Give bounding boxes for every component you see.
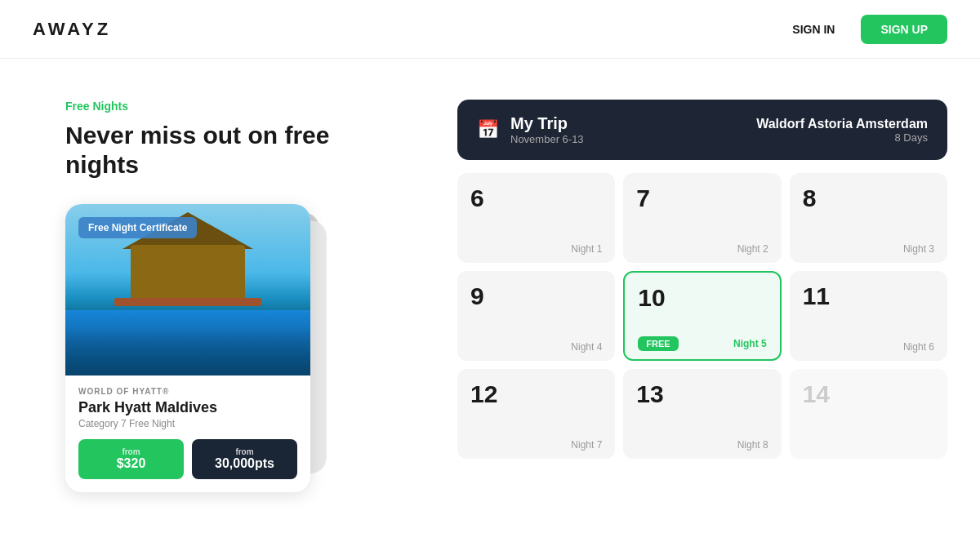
calendar-icon: 📅 (477, 119, 499, 140)
free-badge-row: FREENight 5 (638, 336, 766, 351)
calendar-day-7[interactable]: 7Night 2 (623, 173, 781, 263)
points-from-label: from (207, 447, 283, 456)
night-label: Night 8 (636, 439, 768, 451)
left-panel: Free Nights Never miss out on free night… (65, 100, 408, 498)
free-tag: FREE (638, 336, 678, 351)
calendar-day-12[interactable]: 12Night 7 (457, 369, 615, 459)
bungalow-deck (114, 298, 261, 306)
cash-price-value: $320 (93, 456, 169, 471)
calendar-grid: 6Night 17Night 28Night 39Night 410FREENi… (457, 173, 947, 459)
trip-duration: 8 Days (756, 131, 928, 144)
day-number: 9 (470, 282, 602, 310)
trip-header: 📅 My Trip November 6-13 Waldorf Astoria … (457, 100, 947, 160)
calendar-day-14[interactable]: 14 (790, 369, 947, 459)
night-label: Night 6 (803, 341, 934, 353)
trip-name: My Trip (510, 114, 584, 133)
calendar-day-13[interactable]: 13Night 8 (623, 369, 781, 459)
night-label: Night 3 (803, 243, 934, 255)
day-number: 14 (803, 380, 934, 408)
calendar-day-8[interactable]: 8Night 3 (790, 173, 947, 263)
card-info: WORLD OF HYATT® Park Hyatt Maldives Cate… (65, 375, 310, 492)
main-content: Free Nights Never miss out on free night… (0, 59, 980, 531)
trip-hotel-name: Waldorf Astoria Amsterdam (756, 117, 928, 131)
trip-dates: November 6-13 (510, 133, 584, 145)
card-image: Free Night Certificate (65, 204, 310, 375)
calendar-day-10[interactable]: 10FREENight 5 (623, 271, 781, 361)
points-price-button[interactable]: from 30,000pts (192, 439, 297, 479)
day-number: 11 (803, 282, 934, 310)
day-number: 8 (803, 184, 934, 212)
trip-right: Waldorf Astoria Amsterdam 8 Days (756, 117, 928, 144)
site-header: AWAYZ SIGN IN SIGN UP (0, 0, 980, 59)
night-label: Night 2 (636, 243, 768, 255)
day-number: 13 (636, 380, 768, 408)
day-number: 12 (470, 380, 602, 408)
calendar-day-6[interactable]: 6Night 1 (457, 173, 615, 263)
hotel-card[interactable]: Free Night Certificate WORLD OF HYATT® P… (65, 204, 310, 492)
hotel-name: Park Hyatt Maldives (78, 399, 297, 416)
hotel-brand: WORLD OF HYATT® (78, 387, 297, 396)
water-rocks (65, 327, 310, 375)
bungalow-body (131, 245, 245, 302)
cash-price-button[interactable]: from $320 (78, 439, 184, 479)
free-nights-label: Free Nights (65, 100, 408, 113)
logo: AWAYZ (33, 19, 111, 40)
cash-from-label: from (93, 447, 169, 456)
trip-info: My Trip November 6-13 (510, 114, 584, 145)
card-stack: Free Night Certificate WORLD OF HYATT® P… (65, 204, 318, 498)
sign-up-button[interactable]: SIGN UP (861, 15, 947, 44)
price-row: from $320 from 30,000pts (78, 439, 297, 479)
hotel-category: Category 7 Free Night (78, 418, 297, 429)
day-number: 10 (638, 284, 766, 312)
trip-left: 📅 My Trip November 6-13 (477, 114, 584, 145)
right-panel: 📅 My Trip November 6-13 Waldorf Astoria … (457, 100, 947, 459)
points-price-value: 30,000pts (207, 456, 283, 471)
page-headline: Never miss out on free nights (65, 121, 408, 180)
night-label-green: Night 5 (733, 338, 767, 349)
night-label: Night 1 (470, 243, 602, 255)
calendar-day-9[interactable]: 9Night 4 (457, 271, 615, 361)
free-night-badge: Free Night Certificate (78, 217, 197, 238)
calendar-day-11[interactable]: 11Night 6 (790, 271, 947, 361)
night-label: Night 7 (470, 439, 602, 451)
day-number: 6 (470, 184, 602, 212)
sign-in-button[interactable]: SIGN IN (779, 16, 848, 42)
header-actions: SIGN IN SIGN UP (779, 15, 947, 44)
day-number: 7 (636, 184, 768, 212)
night-label: Night 4 (470, 341, 602, 353)
